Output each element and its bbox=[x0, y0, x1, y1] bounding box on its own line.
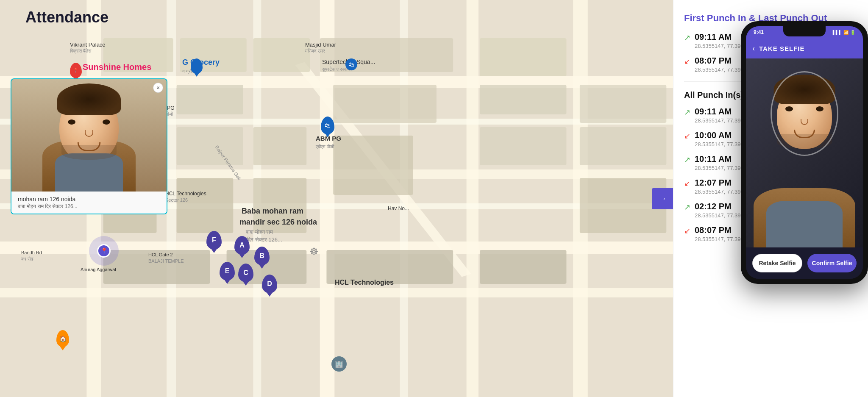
map-label-bandh: Bandh Rd bbox=[21, 250, 42, 255]
map-label-masjid-hindi: मस्जिद उमर bbox=[305, 48, 325, 54]
phone-bottom-bar: Retake Selfie Confirm Selfie bbox=[746, 247, 863, 279]
face-oval-guide bbox=[771, 71, 838, 156]
phone-status-icons: ▌▌▌ 📶 🔋 bbox=[833, 30, 855, 35]
svg-rect-16 bbox=[180, 38, 247, 72]
phone-header-title: TAKE SELFIE bbox=[759, 45, 804, 52]
svg-rect-19 bbox=[253, 38, 310, 72]
location-dot-profile: 📍 bbox=[89, 236, 119, 266]
svg-rect-30 bbox=[333, 136, 413, 195]
punch-arrow-all-5: ↗ bbox=[684, 203, 690, 212]
confirm-selfie-button[interactable]: Confirm Selfie bbox=[807, 254, 857, 272]
right-panel: First Punch In & Last Punch Out ↗ 09:11 … bbox=[673, 0, 868, 397]
punch-arrow-all-1: ↗ bbox=[684, 108, 690, 117]
map-label-hcltech-sub: Sector 126 bbox=[165, 197, 188, 203]
map-container: Attendance Sunshine Homes G Grocery ग ग्… bbox=[0, 0, 673, 397]
profile-address: बाबा मोहन राम दिर सेक्टर 126... bbox=[18, 203, 160, 209]
back-icon[interactable]: ‹ bbox=[752, 44, 755, 53]
phone-notch bbox=[783, 26, 826, 36]
svg-rect-7 bbox=[467, 0, 479, 397]
punch-arrow-all-4: ↙ bbox=[684, 179, 690, 188]
profile-image bbox=[11, 79, 167, 192]
map-label-baba2: mandir sec 126 noida bbox=[239, 218, 317, 227]
cam-shirt bbox=[766, 201, 843, 247]
svg-rect-23 bbox=[480, 85, 566, 114]
map-label-hclgate: HCL Gate 2 bbox=[148, 252, 173, 257]
wifi-icon: 📶 bbox=[843, 30, 849, 35]
retake-selfie-button[interactable]: Retake Selfie bbox=[752, 254, 802, 272]
marker-hcl-bottom: 🏢 bbox=[331, 356, 347, 372]
map-label-baba1: Baba mohan ram bbox=[242, 207, 303, 216]
map-label-bandh-hindi: बंध रोड bbox=[21, 256, 33, 262]
map-pin-B[interactable]: B bbox=[254, 247, 270, 265]
page-title: Attendance bbox=[25, 8, 108, 26]
map-label-vikrant-hindi: विक्रांत पैलेस bbox=[70, 48, 91, 54]
svg-rect-18 bbox=[177, 85, 243, 114]
phone-header: ‹ TAKE SELFIE bbox=[746, 38, 863, 58]
map-label-baba-hindi1: बाबा मोहन राम bbox=[246, 229, 273, 236]
map-pin-A[interactable]: A bbox=[234, 236, 250, 255]
marker-sunshine: 📍 bbox=[70, 63, 82, 78]
phone-screen: 9:41 ▌▌▌ 📶 🔋 ‹ TAKE SELFIE bbox=[746, 26, 863, 279]
svg-rect-27 bbox=[177, 178, 234, 233]
punch-arrow-out: ↙ bbox=[684, 57, 690, 66]
marker-orange: 🏠 bbox=[56, 330, 69, 347]
marker-abmpg2: 🛍 bbox=[321, 117, 334, 134]
map-label-sunshine: Sunshine Homes bbox=[83, 62, 151, 72]
phone-camera-area bbox=[746, 58, 863, 247]
map-label-hcltech: HCL Technologies bbox=[165, 191, 206, 197]
punch-arrow-all-3: ↗ bbox=[684, 155, 690, 164]
marker-grocery bbox=[191, 58, 203, 74]
map-label-masjid: Masjid Umar bbox=[305, 42, 336, 48]
svg-rect-33 bbox=[580, 127, 666, 165]
punch-arrow-all-2: ↙ bbox=[684, 131, 690, 141]
phone-mockup: 9:41 ▌▌▌ 📶 🔋 ‹ TAKE SELFIE bbox=[741, 21, 868, 284]
svg-rect-32 bbox=[580, 85, 666, 123]
phone-time: 9:41 bbox=[754, 29, 764, 35]
battery-icon: 🔋 bbox=[850, 30, 855, 35]
map-label-abmpg2-hindi: एबीएम पीजी bbox=[316, 144, 334, 150]
signal-icon: ▌▌▌ bbox=[833, 30, 842, 35]
svg-rect-21 bbox=[333, 85, 437, 123]
arrow-icon: → bbox=[658, 194, 667, 203]
map-label-anurag: Anurag Aggarwal bbox=[81, 267, 116, 272]
svg-rect-38 bbox=[480, 250, 566, 284]
map-label-balaji: BALAJI TEMPLE bbox=[148, 258, 184, 264]
profile-name: mohan ram 126 noida bbox=[18, 196, 160, 203]
profile-popup: × bbox=[11, 78, 167, 214]
profile-info: mohan ram 126 noida बाबा मोहन राम दिर से… bbox=[11, 192, 167, 214]
marker-supertech: 🛍 bbox=[345, 58, 357, 70]
map-pin-E[interactable]: E bbox=[220, 262, 235, 280]
svg-rect-28 bbox=[253, 127, 306, 165]
svg-rect-31 bbox=[480, 127, 566, 165]
phone-outer: 9:41 ▌▌▌ 📶 🔋 ‹ TAKE SELFIE bbox=[741, 21, 868, 284]
map-label-hcl-bottom: HCL Technologies bbox=[335, 279, 394, 286]
close-button[interactable]: × bbox=[153, 83, 163, 93]
arrow-button[interactable]: → bbox=[652, 188, 673, 209]
map-pin-F[interactable]: F bbox=[206, 231, 222, 250]
map-label-om: ☸ bbox=[309, 246, 319, 258]
svg-rect-22 bbox=[480, 38, 566, 76]
map-pin-D[interactable]: D bbox=[262, 275, 277, 293]
map-label-hav: Hav No... bbox=[388, 205, 409, 211]
attendance-panel: Attendance Sunshine Homes G Grocery ग ग्… bbox=[0, 0, 673, 397]
punch-arrow-in: ↗ bbox=[684, 33, 690, 42]
svg-rect-25 bbox=[177, 127, 243, 165]
map-label-vikrant: Vikrant Palace bbox=[70, 42, 106, 48]
map-pin-C[interactable]: C bbox=[238, 264, 253, 282]
punch-arrow-all-6: ↙ bbox=[684, 226, 690, 236]
